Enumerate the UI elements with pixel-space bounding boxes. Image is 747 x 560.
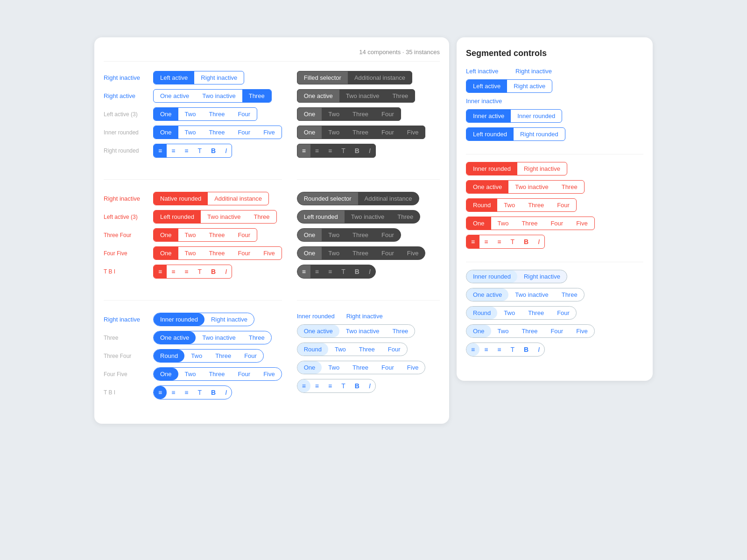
right-seg-red-icon-align[interactable]: ≡ xyxy=(466,235,479,248)
seg-rounded-sel-five[interactable]: One Two Three Four Five xyxy=(297,246,426,260)
seg-pill-one[interactable]: One xyxy=(154,368,178,380)
right-seg-light-one-active[interactable]: One active xyxy=(466,288,508,301)
seg-pill-four[interactable]: Round Two Three Four xyxy=(153,349,264,363)
seg-light-one[interactable]: One xyxy=(297,361,322,374)
seg-rounded-sel-two[interactable]: Rounded selector Additinal instance xyxy=(297,192,419,205)
seg-filled-four[interactable]: Four xyxy=(375,108,401,120)
seg-light-four-2[interactable]: Four xyxy=(375,361,401,374)
seg-red-additional[interactable]: Additinal instance xyxy=(208,192,268,205)
seg-light-five[interactable]: Five xyxy=(401,361,425,374)
seg-pill-three[interactable]: Three xyxy=(242,331,271,344)
right-seg-red-one-active[interactable]: One active xyxy=(466,181,508,193)
seg-rounded-sel-three[interactable]: Three xyxy=(391,210,420,223)
right-seg-light-two-2[interactable]: Two xyxy=(497,307,521,319)
seg-rounded-sel-icon-right[interactable]: ≡ xyxy=(324,265,337,278)
right-seg-light-icon-T[interactable]: T xyxy=(506,343,520,356)
seg-red-four[interactable]: Four xyxy=(231,229,257,241)
seg-pill-icon-I[interactable]: I xyxy=(220,386,232,399)
seg-btn-one[interactable]: One xyxy=(154,108,178,120)
seg-red-icon-B[interactable]: B xyxy=(206,265,220,278)
seg-btn-left-active[interactable]: Left active xyxy=(154,71,194,84)
seg-light-icon-B[interactable]: B xyxy=(350,379,364,392)
seg-light-pill-four[interactable]: Round Two Three Four xyxy=(297,343,408,356)
right-seg-light-three[interactable]: Three xyxy=(555,288,584,301)
seg-filled-four[interactable]: One Two Three Four xyxy=(297,107,401,121)
seg-light-three-2[interactable]: Three xyxy=(352,343,381,356)
seg-red-icon-I[interactable]: I xyxy=(220,265,232,278)
seg-red-two-2[interactable]: Two xyxy=(178,229,203,241)
seg-icon-I[interactable]: I xyxy=(220,144,232,157)
seg-filled-one[interactable]: One xyxy=(297,108,322,120)
seg-red-four[interactable]: One Two Three Four xyxy=(153,228,257,242)
right-seg-light-four[interactable]: Four xyxy=(550,307,576,319)
seg-pill-five[interactable]: Five xyxy=(257,368,282,380)
seg-light-one-active[interactable]: One active xyxy=(297,325,339,337)
seg-filled-three-3[interactable]: Three xyxy=(346,126,375,139)
seg-filled-two-3[interactable]: Two xyxy=(322,126,346,139)
seg-rounded-sel-left[interactable]: Left rounded xyxy=(297,210,345,223)
seg-light-pill-icons[interactable]: ≡ ≡ ≡ T B I xyxy=(297,379,376,393)
right-seg-red-three[interactable]: Three xyxy=(555,181,584,193)
right-seg-red-round[interactable]: Round xyxy=(466,199,497,211)
seg-rounded-sel-icon-B[interactable]: B xyxy=(350,265,364,278)
seg-rounded-sel-icon-center[interactable]: ≡ xyxy=(310,265,324,278)
seg-filled-icon-T[interactable]: T xyxy=(337,144,350,157)
seg-pill-two-3[interactable]: Two xyxy=(178,368,203,380)
seg-pill-right-inactive[interactable]: Right inactive xyxy=(204,313,254,326)
seg-rounded-sel-icon-I[interactable]: I xyxy=(364,265,375,278)
seg-filled-icon-center[interactable]: ≡ xyxy=(310,144,324,157)
right-seg-inner-active[interactable]: Inner active xyxy=(466,110,511,122)
seg-red-one-2[interactable]: One xyxy=(154,247,178,259)
seg-btn-two-2[interactable]: Two xyxy=(178,126,203,139)
seg-filled-icon-align[interactable]: ≡ xyxy=(297,144,310,157)
seg-light-four[interactable]: Four xyxy=(381,343,407,356)
right-seg-light-icon-center[interactable]: ≡ xyxy=(479,343,493,356)
seg-light-icon-T[interactable]: T xyxy=(337,379,350,392)
seg-rounded-sel-one-2[interactable]: One xyxy=(297,247,322,259)
right-seg-light-icon-align[interactable]: ≡ xyxy=(466,343,479,356)
seg-icon-B[interactable]: B xyxy=(206,144,220,157)
seg-filled-two-2[interactable]: Two xyxy=(322,108,346,120)
seg-rounded-sel-two-inactive[interactable]: Two inactive xyxy=(345,210,391,223)
right-seg-light-five[interactable]: One Two Three Four Five xyxy=(466,324,595,338)
right-seg-light-three[interactable]: One active Two inactive Three xyxy=(466,288,585,301)
seg-rounded-sel-three-3[interactable]: Three xyxy=(346,247,375,259)
seg-light-icon-center[interactable]: ≡ xyxy=(310,379,324,392)
seg-icons-1[interactable]: ≡ ≡ ≡ T B I xyxy=(153,144,232,158)
seg-red-five[interactable]: Five xyxy=(257,247,282,259)
seg-rounded-sel-four-2[interactable]: Four xyxy=(375,247,401,259)
right-seg-red-four[interactable]: Four xyxy=(550,199,576,211)
seg-rounded-sel-three[interactable]: Left rounded Two inactive Three xyxy=(297,210,421,224)
right-seg-red-three[interactable]: One active Two inactive Three xyxy=(466,180,585,194)
seg-pill-icon-center[interactable]: ≡ xyxy=(167,386,180,399)
seg-light-three-3[interactable]: Three xyxy=(346,361,375,374)
seg-btn-five[interactable]: Five xyxy=(257,126,282,139)
seg-light-two-2[interactable]: Two xyxy=(328,343,352,356)
seg-btn-two[interactable]: Two xyxy=(178,108,203,120)
seg-red-two-inactive[interactable]: Two inactive xyxy=(201,210,247,223)
seg-filled-one-2[interactable]: One xyxy=(297,126,322,139)
right-seg-light-icons[interactable]: ≡ ≡ ≡ T B I xyxy=(466,343,545,357)
right-seg-right-rounded[interactable]: Right rounded xyxy=(514,128,565,140)
seg-red-two[interactable]: Native rounded Additinal instance xyxy=(153,192,269,205)
seg-filled-icons[interactable]: ≡ ≡ ≡ T B I xyxy=(297,144,376,158)
right-seg-light-two[interactable]: Inner rounded Right inactive xyxy=(466,270,567,283)
seg-pill-one-active[interactable]: One active xyxy=(154,331,196,344)
seg-light-three[interactable]: Three xyxy=(386,325,415,337)
seg-filled-four-2[interactable]: Four xyxy=(375,126,401,139)
right-seg-light-icon-right[interactable]: ≡ xyxy=(493,343,506,356)
seg-red-icon-T[interactable]: T xyxy=(193,265,207,278)
seg-red-three[interactable]: Three xyxy=(247,210,276,223)
seg-btn-two-inactive[interactable]: Two inactive xyxy=(196,90,242,102)
seg-filled-icon-I[interactable]: I xyxy=(364,144,375,157)
seg-red-one[interactable]: One xyxy=(154,229,178,241)
seg-btn-one-2[interactable]: One xyxy=(154,126,178,139)
seg-icon-align-left[interactable]: ≡ xyxy=(154,144,167,157)
seg-pill-two-inactive[interactable]: Two inactive xyxy=(196,331,242,344)
seg-red-two-3[interactable]: Two xyxy=(178,247,203,259)
seg-light-two-inactive[interactable]: Two inactive xyxy=(339,325,386,337)
seg-filled-selector[interactable]: Filled selector xyxy=(297,71,348,84)
seg-pill-round[interactable]: Round xyxy=(154,350,184,362)
seg-filled-additional[interactable]: Additional instance xyxy=(348,71,412,84)
seg-filled-three[interactable]: One active Two inactive Three xyxy=(297,89,416,103)
